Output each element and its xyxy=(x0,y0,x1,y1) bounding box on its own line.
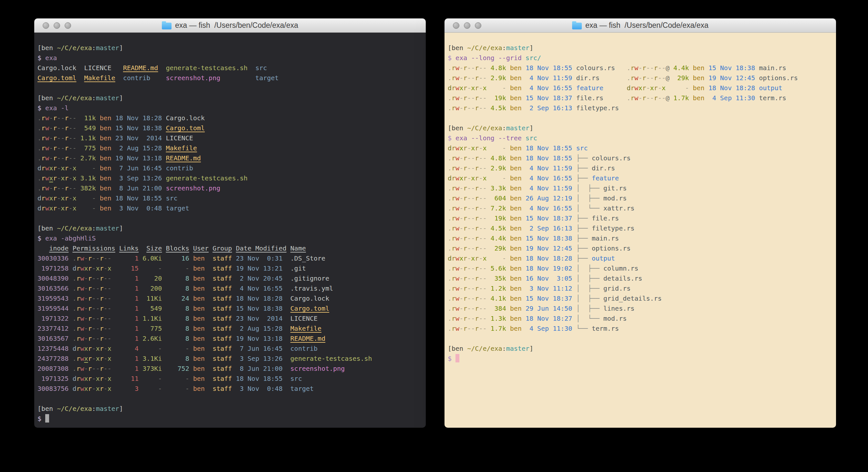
text-segment: 2.7k xyxy=(76,154,96,162)
text-segment: 18 Nov 18:55 xyxy=(522,64,572,72)
text-segment: -- xyxy=(467,94,475,102)
terminal-line: .rw-r--r-- 4.4k ben 15 Nov 18:38 ├── mai… xyxy=(448,233,833,243)
text-segment: r xyxy=(41,154,45,162)
text-segment: 4.4k xyxy=(670,64,689,72)
text-segment: r xyxy=(88,285,92,292)
text-segment: x xyxy=(61,174,65,182)
text-segment: 8 xyxy=(162,274,189,282)
window-titlebar[interactable]: exa — fish /Users/ben/Code/exa/exa xyxy=(34,19,426,33)
text-segment: . xyxy=(448,164,452,172)
text-segment: 7 Jun 16:45 xyxy=(232,345,283,352)
minimize-button[interactable] xyxy=(464,22,470,29)
text-segment: term.rs xyxy=(592,325,619,332)
text-segment: │ ├── xyxy=(576,304,603,312)
terminal-line: $ xyxy=(37,414,423,424)
text-segment: -- xyxy=(467,194,475,202)
text-segment: -- xyxy=(57,134,65,142)
text-segment: r xyxy=(65,194,68,202)
text-segment: r xyxy=(100,295,104,302)
terminal-line xyxy=(37,83,423,93)
terminal-line: .rw-r--r-- 382k ben 8 Jun 21:00 screensh… xyxy=(37,183,423,193)
text-segment: -- xyxy=(57,124,65,132)
text-segment: : xyxy=(92,405,96,413)
text-segment: -- xyxy=(467,64,475,72)
text-segment: . xyxy=(72,315,76,322)
text-segment xyxy=(162,194,166,202)
text-segment: r xyxy=(76,385,80,392)
text-segment: r xyxy=(463,295,467,302)
terminal-output[interactable]: [ben ~/C/e/exa:master]$ exa --long --gri… xyxy=(444,33,836,428)
text-segment: README.md xyxy=(123,64,158,72)
text-segment: colours.rs xyxy=(576,64,615,72)
text-segment: staff xyxy=(205,334,232,342)
text-segment: ~/C/e/exa xyxy=(467,44,502,52)
terminal-line: [ben ~/C/e/exa:master] xyxy=(448,344,833,354)
text-segment: │ └── xyxy=(576,315,603,322)
text-segment: r xyxy=(41,124,45,132)
zoom-button[interactable] xyxy=(65,22,71,29)
terminal-line: .rw-r--r-- 19k ben 15 Nov 18:37 file.rs … xyxy=(448,93,833,103)
text-segment: r xyxy=(463,184,467,192)
text-segment: -- xyxy=(467,204,475,212)
text-segment: ben xyxy=(189,255,205,262)
text-segment: - xyxy=(104,385,107,392)
text-segment xyxy=(150,74,166,82)
text-segment: -- xyxy=(104,255,112,262)
terminal-line: .rw-r--r-- 35k ben 16 Nov 3:05 │ ├── det… xyxy=(448,273,833,284)
text-segment: - xyxy=(49,134,53,142)
text-segment: - xyxy=(459,74,463,82)
text-segment: : xyxy=(92,44,96,52)
text-segment: ben xyxy=(506,295,522,302)
text-segment: 18 Nov 18:28 xyxy=(112,114,162,122)
text-segment: r xyxy=(100,345,104,352)
text-segment: -- xyxy=(92,365,100,373)
terminal-line: 31959543 .rw-r--r-- 1 11Ki 24 ben staff … xyxy=(37,294,423,303)
text-segment xyxy=(68,244,72,252)
window-title: exa — fish /Users/ben/Code/exa/exa xyxy=(572,21,708,30)
text-segment: . xyxy=(72,334,76,342)
text-segment: - xyxy=(459,194,463,202)
text-segment: xattr.rs xyxy=(603,204,634,212)
window-title: exa — fish /Users/ben/Code/exa/exa xyxy=(162,21,298,30)
text-segment: - xyxy=(76,164,96,172)
text-segment: │ └── xyxy=(576,204,603,212)
text-segment: . xyxy=(448,154,452,162)
text-segment: d xyxy=(72,264,76,272)
text-segment: 26 Aug 12:19 xyxy=(522,194,572,202)
text-segment: d xyxy=(37,194,41,202)
text-segment xyxy=(603,94,627,102)
text-segment: - xyxy=(138,375,162,382)
text-segment: 2.9k xyxy=(487,164,506,172)
close-button[interactable] xyxy=(43,22,49,29)
text-segment: x xyxy=(72,164,76,172)
text-segment: -- xyxy=(646,74,654,82)
zoom-button[interactable] xyxy=(475,22,481,29)
text-segment: -- xyxy=(68,144,76,152)
text-segment: 11 xyxy=(112,375,138,382)
text-segment: x xyxy=(107,264,112,272)
terminal-line: .rw-r--r-- 19k ben 15 Nov 18:37 ├── file… xyxy=(448,213,833,224)
text-segment: $ xyxy=(37,104,45,112)
text-segment: r xyxy=(65,144,68,152)
terminal-output[interactable]: [ben ~/C/e/exa:master]$ exaCargo.lock LI… xyxy=(34,33,426,428)
minimize-button[interactable] xyxy=(54,22,60,29)
text-segment: options.rs xyxy=(592,244,630,252)
text-segment: -- xyxy=(467,184,475,192)
close-button[interactable] xyxy=(453,22,459,29)
text-segment: -- xyxy=(467,74,475,82)
text-segment: [ben xyxy=(448,345,467,352)
text-segment: r xyxy=(452,234,456,242)
text-segment xyxy=(572,154,576,162)
text-segment: ben xyxy=(506,154,522,162)
text-segment: ├── xyxy=(576,154,591,162)
text-segment: 200 xyxy=(138,285,162,292)
text-segment: r xyxy=(475,74,479,82)
text-segment: details.rs xyxy=(603,274,642,282)
text-segment: 2 Nov 20:45 xyxy=(232,274,283,282)
text-segment xyxy=(247,64,255,72)
text-segment: r xyxy=(475,174,479,182)
text-segment xyxy=(115,244,119,252)
text-segment: - xyxy=(49,154,53,162)
text-segment: ben xyxy=(189,325,205,332)
window-titlebar[interactable]: exa — fish /Users/ben/Code/exa/exa xyxy=(444,19,836,33)
